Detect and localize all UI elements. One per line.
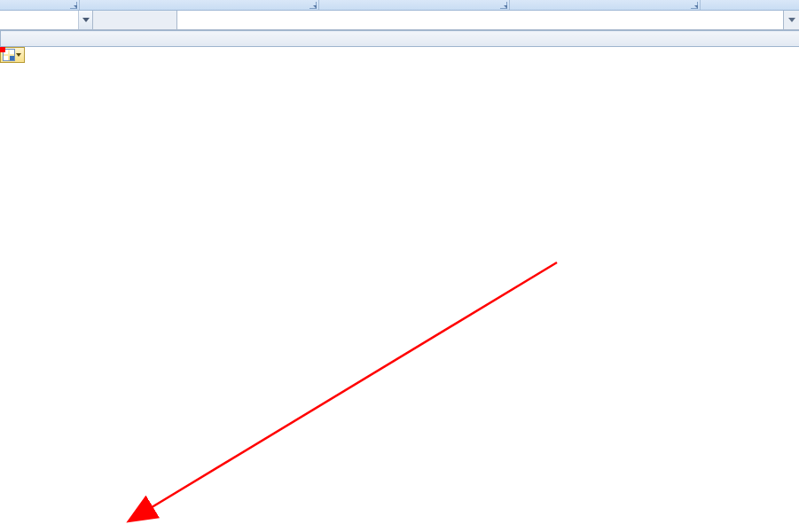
autofill-options-button[interactable]	[0, 47, 25, 63]
name-box-wrap	[0, 11, 93, 29]
chevron-down-icon	[788, 18, 795, 22]
formula-bar-row	[0, 11, 799, 30]
svg-line-0	[149, 262, 557, 509]
spreadsheet-grid[interactable]	[0, 30, 799, 47]
chevron-down-icon	[16, 53, 21, 57]
name-box-dropdown[interactable]	[78, 11, 92, 29]
ribbon-group-number[interactable]	[510, 0, 701, 10]
select-all-corner[interactable]	[1, 31, 800, 47]
formula-bar-buttons	[93, 11, 177, 29]
dialog-launcher-icon[interactable]	[70, 2, 77, 9]
formula-input[interactable]	[177, 11, 783, 29]
formula-bar-expand[interactable]	[783, 11, 799, 29]
dialog-launcher-icon[interactable]	[500, 2, 507, 9]
dialog-launcher-icon[interactable]	[691, 2, 698, 9]
ribbon-group-labels	[0, 0, 799, 11]
dialog-launcher-icon[interactable]	[309, 2, 317, 9]
ribbon-group-alignment[interactable]	[319, 0, 510, 10]
annotation-red-arrow	[0, 47, 799, 532]
autofill-options-icon	[4, 50, 14, 60]
ribbon-group-clipboard[interactable]	[0, 0, 80, 10]
name-box[interactable]	[0, 11, 78, 29]
worksheet-area[interactable]	[0, 30, 799, 532]
ribbon-group-font[interactable]	[80, 0, 319, 10]
